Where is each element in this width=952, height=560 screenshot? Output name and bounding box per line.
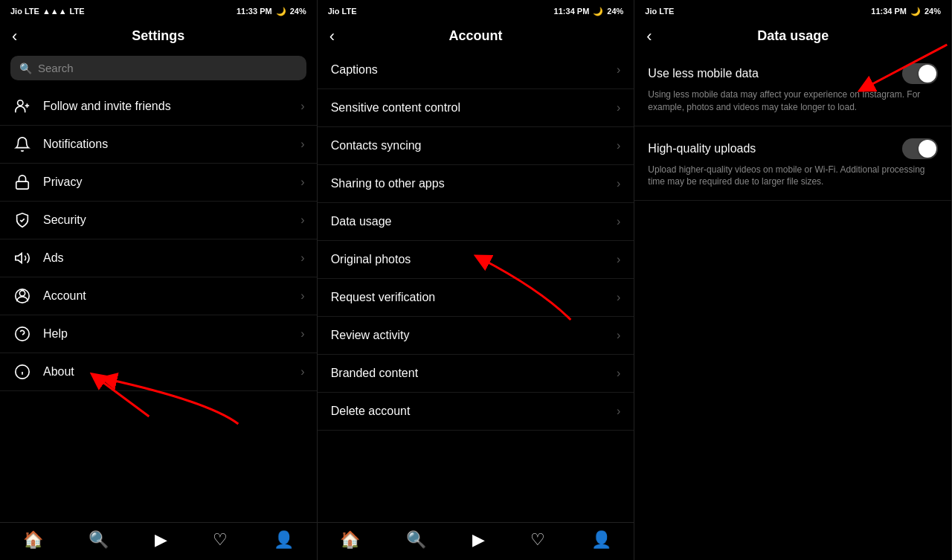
- moon-icon-3: 🌙: [910, 7, 921, 16]
- hqupload-toggle-knob: [919, 140, 936, 158]
- page-title-2: Account: [449, 28, 503, 44]
- top-nav-3: ‹ Data usage: [634, 21, 951, 51]
- svg-rect-3: [16, 181, 29, 189]
- hqupload-label: High-quality uploads: [648, 142, 756, 155]
- svg-point-7: [16, 327, 29, 341]
- lessmobile-toggle[interactable]: [902, 63, 938, 84]
- sharing-label: Sharing to other apps: [331, 177, 617, 190]
- sensitive-chevron: ›: [617, 101, 620, 115]
- datausage-chevron: ›: [617, 215, 620, 228]
- account-panel: Jio LTE 11:34 PM 🌙 24% ‹ Account Caption…: [318, 0, 635, 560]
- originalphotos-chevron: ›: [617, 253, 620, 266]
- deleteaccount-label: Delete account: [331, 405, 617, 418]
- sidebar-item-privacy[interactable]: Privacy ›: [0, 164, 317, 202]
- profile-icon-2[interactable]: 👤: [591, 530, 611, 550]
- sidebar-item-notifications[interactable]: Notifications ›: [0, 126, 317, 164]
- battery-3: 24%: [924, 7, 941, 16]
- data-usage-content: Use less mobile data Using less mobile d…: [634, 51, 951, 560]
- top-nav-2: ‹ Account: [318, 21, 634, 51]
- deleteaccount-chevron: ›: [617, 405, 620, 418]
- sidebar-item-security[interactable]: Security ›: [0, 202, 317, 239]
- network-type-1: LTE: [70, 7, 85, 16]
- svg-marker-4: [16, 254, 22, 263]
- account-item-branded[interactable]: Branded content ›: [318, 355, 634, 393]
- moon-icon-2: 🌙: [593, 7, 603, 16]
- carrier-1: Jio LTE: [10, 7, 39, 16]
- branded-label: Branded content: [331, 367, 617, 380]
- reviewactivity-label: Review activity: [331, 329, 617, 342]
- branded-chevron: ›: [617, 367, 620, 380]
- back-button-2[interactable]: ‹: [329, 27, 335, 46]
- home-icon-2[interactable]: 🏠: [340, 530, 360, 550]
- requestverif-chevron: ›: [617, 291, 620, 304]
- sidebar-item-about[interactable]: About ›: [0, 353, 317, 391]
- status-bar-3: Jio LTE 11:34 PM 🌙 24%: [634, 0, 951, 21]
- settings-panel: Jio LTE ▲▲▲ LTE 11:33 PM 🌙 24% ‹ Setting…: [0, 0, 318, 560]
- battery-1: 24%: [290, 7, 306, 16]
- about-chevron: ›: [300, 365, 304, 379]
- hqupload-toggle[interactable]: [902, 138, 938, 159]
- search-nav-icon-1[interactable]: 🔍: [89, 530, 109, 550]
- search-placeholder: Search: [38, 62, 74, 74]
- top-nav-1: ‹ Settings: [0, 21, 317, 51]
- carrier-2: Jio LTE: [328, 7, 357, 16]
- lessmobile-label: Use less mobile data: [648, 67, 759, 80]
- settings-list: Follow and invite friends › Notification…: [0, 88, 317, 522]
- account-item-requestverif[interactable]: Request verification ›: [318, 279, 634, 317]
- privacy-label: Privacy: [43, 176, 300, 189]
- account-item-originalphotos[interactable]: Original photos ›: [318, 241, 634, 279]
- account-item-datausage[interactable]: Data usage ›: [318, 203, 634, 241]
- sidebar-item-account[interactable]: Account ›: [0, 277, 317, 315]
- search-bar[interactable]: 🔍 Search: [10, 56, 306, 80]
- datausage-panel: Jio LTE 11:34 PM 🌙 24% ‹ Data usage Use …: [634, 0, 952, 560]
- hqupload-desc: Upload higher-quality videos on mobile o…: [648, 164, 938, 189]
- reviewactivity-chevron: ›: [617, 329, 620, 342]
- back-button-1[interactable]: ‹: [12, 27, 17, 46]
- lessmobile-toggle-knob: [919, 65, 936, 83]
- account-item-sensitive[interactable]: Sensitive content control ›: [318, 89, 634, 127]
- status-bar-2: Jio LTE 11:34 PM 🌙 24%: [318, 0, 634, 21]
- lessmobile-desc: Using less mobile data may affect your e…: [648, 88, 938, 114]
- ads-label: Ads: [43, 251, 300, 265]
- account-list: Captions › Sensitive content control › C…: [318, 51, 634, 522]
- account-item-deleteaccount[interactable]: Delete account ›: [318, 393, 634, 431]
- sidebar-item-ads[interactable]: Ads ›: [0, 239, 317, 277]
- security-chevron: ›: [300, 213, 304, 227]
- security-label: Security: [43, 213, 300, 227]
- about-icon: [12, 364, 33, 380]
- sidebar-item-help[interactable]: Help ›: [0, 315, 317, 353]
- time-3: 11:34 PM: [871, 7, 907, 16]
- reels-icon-1[interactable]: ▶: [155, 530, 167, 550]
- account-item-sharing[interactable]: Sharing to other apps ›: [318, 165, 634, 203]
- back-button-3[interactable]: ‹: [646, 27, 652, 46]
- likes-icon-1[interactable]: ♡: [213, 530, 228, 550]
- account-item-captions[interactable]: Captions ›: [318, 51, 634, 89]
- data-usage-item-hqupload[interactable]: High-quality uploads Upload higher-quali…: [634, 126, 951, 202]
- bottom-nav-1: 🏠 🔍 ▶ ♡ 👤: [0, 522, 317, 560]
- requestverif-label: Request verification: [331, 291, 617, 304]
- help-icon: [12, 326, 33, 342]
- notifications-chevron: ›: [300, 138, 304, 151]
- captions-chevron: ›: [617, 63, 620, 77]
- svg-point-5: [19, 291, 25, 296]
- originalphotos-label: Original photos: [331, 253, 617, 266]
- likes-icon-2[interactable]: ♡: [530, 530, 545, 550]
- follow-chevron: ›: [300, 100, 304, 113]
- notifications-icon: [12, 136, 33, 152]
- reels-icon-2[interactable]: ▶: [472, 530, 485, 550]
- home-icon-1[interactable]: 🏠: [23, 530, 43, 550]
- data-usage-item-lessmobile[interactable]: Use less mobile data Using less mobile d…: [634, 51, 951, 126]
- search-nav-icon-2[interactable]: 🔍: [406, 530, 426, 550]
- captions-label: Captions: [331, 63, 617, 77]
- sensitive-label: Sensitive content control: [331, 101, 617, 115]
- contacts-chevron: ›: [617, 139, 620, 152]
- ads-chevron: ›: [300, 251, 304, 265]
- profile-icon-1[interactable]: 👤: [274, 530, 294, 550]
- account-item-contacts[interactable]: Contacts syncing ›: [318, 127, 634, 165]
- page-title-3: Data usage: [757, 28, 829, 44]
- account-item-reviewactivity[interactable]: Review activity ›: [318, 317, 634, 355]
- bottom-nav-2: 🏠 🔍 ▶ ♡ 👤: [318, 522, 634, 560]
- sidebar-item-follow[interactable]: Follow and invite friends ›: [0, 88, 317, 126]
- account-icon: [12, 288, 33, 304]
- security-icon: [12, 212, 33, 228]
